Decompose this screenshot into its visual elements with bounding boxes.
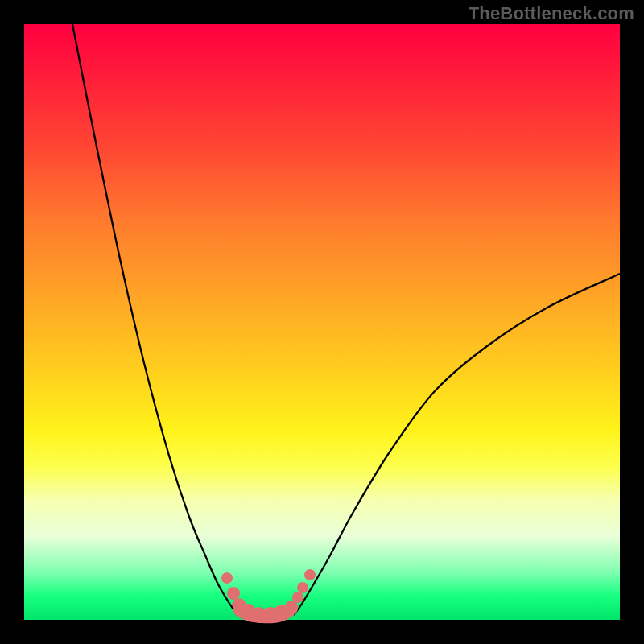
- chart-svg: [24, 24, 620, 620]
- left-curve: [72, 24, 237, 615]
- chart-plot-area: [24, 24, 620, 620]
- valley-marker: [292, 592, 303, 603]
- chart-frame: TheBottleneck.com: [0, 0, 644, 644]
- valley-marker: [227, 587, 240, 600]
- watermark-text: TheBottleneck.com: [469, 3, 634, 24]
- right-curve: [294, 274, 620, 615]
- valley-marker: [304, 569, 316, 580]
- valley-marker: [221, 572, 233, 584]
- valley-marker: [297, 582, 308, 593]
